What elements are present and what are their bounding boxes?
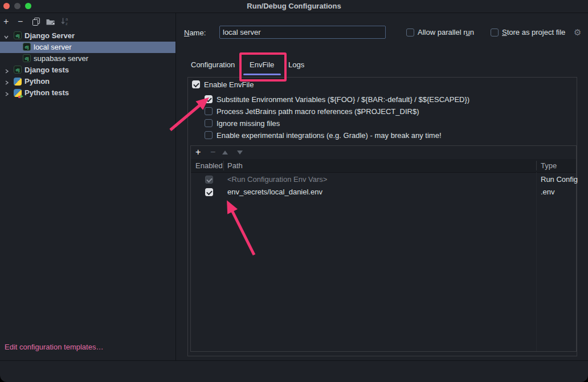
tree-item-python-tests[interactable]: Python tests (0, 87, 175, 99)
run-debug-configurations-dialog: Run/Debug Configurations + − az dj Djang… (0, 0, 588, 382)
column-header-enabled[interactable]: Enabled (195, 161, 223, 170)
ignore-missing-files-label: Ignore missing files (217, 119, 280, 128)
column-divider (536, 172, 537, 351)
chevron-right-icon[interactable] (4, 79, 10, 87)
active-tab-indicator (243, 74, 281, 75)
column-divider (536, 161, 537, 170)
table-row-env-secrets[interactable]: env_secrets/local_daniel.env .env (191, 186, 576, 198)
allow-parallel-run-label: Allow parallel run (418, 28, 474, 36)
tree-item-supabase-server[interactable]: dj supabase server (0, 53, 175, 64)
chevron-right-icon[interactable] (4, 67, 10, 76)
remove-env-file-button[interactable]: − (210, 148, 215, 157)
enable-envfile-checkbox[interactable] (192, 80, 200, 88)
row-enabled-checkbox[interactable] (205, 188, 213, 196)
substitute-env-vars-checkbox[interactable] (205, 95, 213, 103)
env-files-table: + − Enabled Path Type <Run Configuration… (190, 145, 577, 352)
ignore-missing-files-checkbox[interactable] (205, 119, 213, 127)
process-path-macro-label: Process JetBrains path macro references … (217, 107, 419, 116)
row-path: env_secrets/local_daniel.env (227, 188, 322, 196)
remove-configuration-button[interactable]: − (18, 17, 23, 26)
row-type: Run Config (541, 175, 578, 184)
sort-configurations-icon[interactable]: az (60, 17, 70, 27)
substitute-env-vars-label: Substitute Environment Variables (${FOO}… (217, 95, 469, 104)
django-server-icon: dj (23, 54, 31, 62)
tree-item-django-tests[interactable]: dj Django tests (0, 64, 175, 76)
tab-configuration[interactable]: Configuration (191, 60, 235, 74)
move-down-icon[interactable] (237, 151, 243, 155)
sidebar-divider (175, 13, 176, 360)
table-header-row: Enabled Path Type (191, 159, 576, 173)
chevron-right-icon[interactable] (4, 90, 10, 99)
table-toolbar: + − (191, 146, 576, 160)
name-label: Name: (184, 29, 206, 37)
footer-bar: ? Cancel Apply OK (0, 360, 588, 382)
tree-label: supabase server (34, 54, 88, 63)
add-env-file-button[interactable]: + (195, 148, 201, 157)
row-path: <Run Configuration Env Vars> (227, 175, 327, 184)
python-tests-icon (14, 89, 22, 97)
tree-item-python[interactable]: Python (0, 76, 175, 87)
tree-label: Python (24, 77, 50, 86)
row-type: .env (541, 188, 555, 196)
gear-icon[interactable]: ⚙ (574, 28, 581, 36)
django-server-icon: dj (23, 43, 31, 51)
enable-envfile-label: Enable EnvFile (204, 80, 254, 89)
tree-label: Python tests (24, 88, 69, 97)
tab-logs[interactable]: Logs (288, 60, 304, 74)
table-row-run-config-env-vars[interactable]: <Run Configuration Env Vars> Run Config (191, 173, 576, 186)
column-header-path[interactable]: Path (227, 161, 243, 170)
allow-parallel-run-checkbox[interactable] (406, 29, 414, 36)
edit-configuration-templates-link[interactable]: Edit configuration templates… (5, 343, 103, 351)
tree-item-django-server[interactable]: dj Django Server (0, 30, 175, 42)
new-folder-icon[interactable] (46, 17, 55, 27)
svg-text:z: z (66, 21, 68, 26)
tree-label: local server (34, 43, 71, 51)
django-tests-icon: dj (14, 66, 22, 74)
column-header-type[interactable]: Type (541, 161, 557, 170)
store-as-project-file-label: Store as project file (502, 28, 565, 36)
dialog-title: Run/Debug Configurations (0, 2, 588, 10)
name-input[interactable] (219, 26, 386, 39)
chevron-down-icon[interactable] (3, 33, 9, 42)
experimental-integrations-checkbox[interactable] (205, 131, 213, 139)
tree-label: Django Server (24, 31, 75, 40)
titlebar: Run/Debug Configurations (0, 0, 588, 13)
python-icon (14, 78, 22, 86)
django-server-icon: dj (14, 31, 22, 39)
column-divider (223, 161, 224, 170)
process-path-macro-checkbox[interactable] (205, 107, 213, 115)
copy-configuration-icon[interactable] (32, 17, 40, 27)
store-as-project-file-checkbox[interactable] (491, 29, 499, 36)
move-up-icon[interactable] (222, 151, 228, 155)
tree-item-local-server[interactable]: dj local server (0, 42, 175, 53)
row-enabled-checkbox (205, 176, 213, 184)
tab-envfile[interactable]: EnvFile (250, 60, 274, 74)
add-configuration-button[interactable]: + (3, 17, 9, 26)
experimental-integrations-label: Enable experimental integrations (e.g. G… (217, 131, 442, 140)
tree-label: Django tests (24, 66, 69, 74)
